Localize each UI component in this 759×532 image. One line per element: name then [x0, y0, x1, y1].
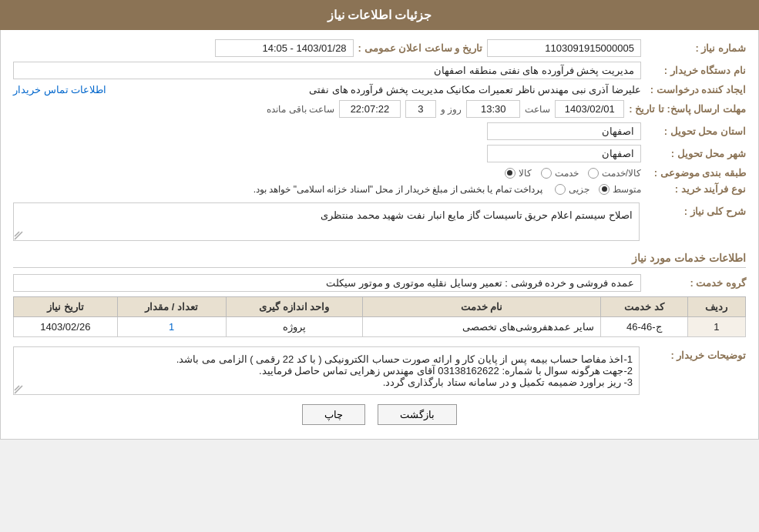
col-header-code: کد خدمت [600, 297, 687, 317]
deadline-days-value: 3 [405, 100, 436, 118]
cell-name: سایر عمدهفروشی‌های تخصصی [363, 317, 601, 337]
province-label: استان محل تحویل : [646, 125, 746, 137]
buyer-org-value: مدیریت پخش فرآورده های نفتی منطقه اصفهان [13, 62, 641, 79]
category-row: طبقه بندی موضوعی : کالا/خدمت خدمت کالا [13, 167, 746, 179]
need-desc-section: شرح کلی نیاز : اصلاح سیستم اعلام حریق تا… [13, 202, 746, 241]
need-desc-value: اصلاح سیستم اعلام حریق تاسیسات گاز مایع … [13, 202, 640, 241]
cell-unit: پروژه [226, 317, 363, 337]
button-row: بازگشت چاپ [13, 404, 746, 425]
creator-label: ایجاد کننده درخواست : [646, 84, 746, 95]
buyer-notes-line2: 2-جهت هرگونه سوال با شماره: 03138162622 … [20, 365, 633, 376]
buyer-notes-value: 1-اخذ مفاصا حساب بیمه پس از پایان کار و … [13, 346, 640, 395]
purchase-motavassed-item[interactable]: متوسط [599, 184, 641, 195]
creator-value: علیرضا آذری نبی مهندس ناظر تعمیرات مکانی… [111, 84, 641, 95]
announcement-date-label: تاریخ و ساعت اعلان عمومی : [358, 42, 482, 54]
need-number-row: شماره نیاز : 1103091915000005 تاریخ و سا… [13, 39, 746, 57]
col-header-date: تاریخ نیاز [14, 297, 118, 317]
category-radio-group: کالا/خدمت خدمت کالا [505, 168, 641, 179]
buyer-org-row: نام دستگاه خریدار : مدیریت پخش فرآورده ه… [13, 62, 746, 79]
purchase-motavassed-radio[interactable] [599, 184, 610, 195]
page-title: جزئیات اطلاعات نیاز [327, 8, 432, 22]
deadline-time-label: ساعت [525, 104, 550, 115]
deadline-label: مهلت ارسال پاسخ: تا تاریخ : [629, 103, 746, 115]
category-kala-khadamat-item[interactable]: کالا/خدمت [588, 168, 641, 179]
need-number-label: شماره نیاز : [646, 42, 746, 54]
category-kala-khadamat-radio[interactable] [588, 168, 599, 179]
buyer-notes-label: توضیحات خریدار : [646, 346, 746, 361]
cell-code: ج-46-46 [600, 317, 687, 337]
city-value: اصفهان [487, 145, 641, 162]
contact-link[interactable]: اطلاعات تماس خریدار [13, 84, 106, 95]
category-khadamat-radio[interactable] [541, 168, 552, 179]
buyer-notes-line3: 3- ریز براورد ضمیمه تکمیل و در سامانه ست… [20, 376, 633, 388]
deadline-remaining-value: 22:07:22 [339, 100, 401, 118]
purchase-jozii-item[interactable]: جزیی [555, 184, 589, 195]
creator-row: ایجاد کننده درخواست : علیرضا آذری نبی مه… [13, 84, 746, 95]
resize-handle [13, 230, 24, 241]
purchase-jozii-label: جزیی [569, 184, 589, 195]
deadline-date-value: 1403/02/01 [555, 100, 624, 118]
category-kala-item[interactable]: کالا [505, 168, 532, 179]
services-section-title: اطلاعات خدمات مورد نیاز [13, 252, 746, 268]
purchase-jozii-radio[interactable] [555, 184, 566, 195]
service-group-label: گروه خدمت : [646, 277, 746, 289]
purchase-motavassed-label: متوسط [613, 184, 641, 195]
service-group-row: گروه خدمت : عمده فروشی و خرده فروشی : تع… [13, 274, 746, 292]
announcement-date-value: 1403/01/28 - 14:05 [215, 39, 354, 57]
category-khadamat-item[interactable]: خدمت [541, 168, 579, 179]
category-kala-khadamat-label: کالا/خدمت [602, 168, 641, 179]
category-khadamat-label: خدمت [555, 168, 579, 179]
category-kala-radio[interactable] [505, 168, 516, 179]
col-header-unit: واحد اندازه گیری [226, 297, 363, 317]
purchase-note: پرداخت تمام یا بخشی از مبلغ خریدار از مح… [13, 184, 542, 195]
city-label: شهر محل تحویل : [646, 148, 746, 159]
resize-handle-notes [13, 384, 24, 395]
col-header-name: نام خدمت [363, 297, 601, 317]
deadline-row: مهلت ارسال پاسخ: تا تاریخ : 1403/02/01 س… [13, 100, 746, 118]
category-label: طبقه بندی موضوعی : [646, 167, 746, 179]
province-value: اصفهان [487, 122, 641, 140]
need-number-value: 1103091915000005 [487, 39, 641, 57]
purchase-type-row: نوع فرآیند خرید : متوسط جزیی پرداخت تمام… [13, 183, 746, 195]
need-desc-label: شرح کلی نیاز : [646, 202, 746, 217]
purchase-type-radio-group: متوسط جزیی [555, 184, 641, 195]
province-row: استان محل تحویل : اصفهان [13, 122, 746, 140]
buyer-notes-line1: 1-اخذ مفاصا حساب بیمه پس از پایان کار و … [20, 353, 633, 365]
col-header-row: ردیف [687, 297, 745, 317]
table-row: 1 ج-46-46 سایر عمدهفروشی‌های تخصصی پروژه… [14, 317, 746, 337]
cell-date: 1403/02/26 [14, 317, 118, 337]
services-table: ردیف کد خدمت نام خدمت واحد اندازه گیری ت… [13, 296, 746, 337]
buyer-org-label: نام دستگاه خریدار : [646, 65, 746, 76]
cell-row-num: 1 [687, 317, 745, 337]
service-group-value: عمده فروشی و خرده فروشی : تعمیر وسایل نق… [13, 274, 641, 292]
deadline-time-value: 13:30 [466, 100, 520, 118]
city-row: شهر محل تحویل : اصفهان [13, 145, 746, 162]
page-header: جزئیات اطلاعات نیاز [0, 0, 759, 30]
buyer-notes-section: توضیحات خریدار : 1-اخذ مفاصا حساب بیمه پ… [13, 346, 746, 395]
print-button[interactable]: چاپ [302, 404, 365, 425]
deadline-days-label: روز و [441, 104, 462, 115]
deadline-remaining-label: ساعت باقی مانده [267, 104, 334, 115]
cell-qty: 1 [117, 317, 226, 337]
back-button[interactable]: بازگشت [378, 404, 457, 425]
main-content: شماره نیاز : 1103091915000005 تاریخ و سا… [0, 30, 759, 440]
col-header-qty: تعداد / مقدار [117, 297, 226, 317]
page-container: جزئیات اطلاعات نیاز شماره نیاز : 1103091… [0, 0, 759, 440]
purchase-type-label: نوع فرآیند خرید : [646, 183, 746, 195]
category-kala-label: کالا [519, 168, 532, 179]
